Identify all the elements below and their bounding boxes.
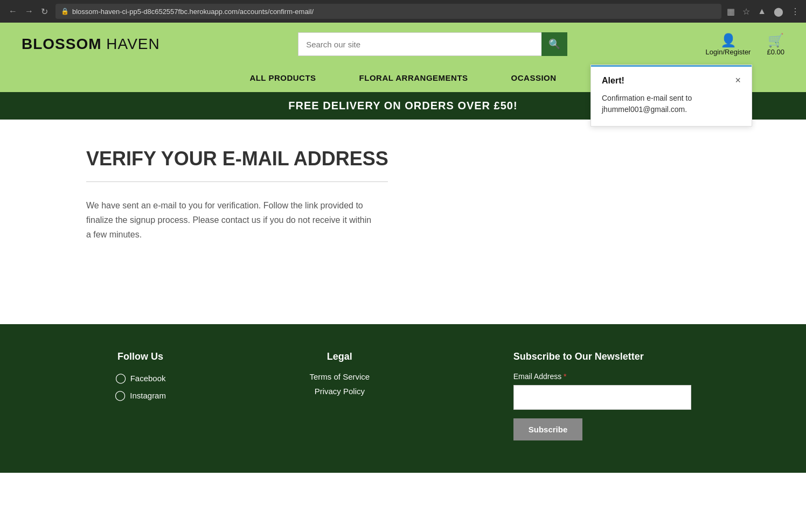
footer-newsletter-section: Subscribe to Our Newsletter Email Addres… bbox=[513, 351, 691, 440]
logo[interactable]: BLOSSOM HAVEN bbox=[22, 36, 160, 53]
search-button[interactable]: 🔍 bbox=[541, 32, 567, 56]
cart-area[interactable]: 🛒 £0.00 bbox=[767, 33, 784, 56]
instagram-icon: ◯ bbox=[115, 389, 126, 401]
search-input[interactable] bbox=[298, 32, 541, 56]
refresh-button[interactable]: ↻ bbox=[39, 4, 50, 19]
forward-button[interactable]: → bbox=[23, 4, 36, 18]
instagram-link[interactable]: ◯ Instagram bbox=[115, 389, 166, 401]
cart-total: £0.00 bbox=[767, 48, 784, 56]
site-header: BLOSSOM HAVEN 🔍 👤 Login/Register 🛒 £0.00 bbox=[0, 23, 806, 66]
legal-heading: Legal bbox=[327, 351, 352, 362]
nav-all-products[interactable]: ALL PRODUCTS bbox=[249, 73, 316, 82]
search-form: 🔍 bbox=[298, 32, 567, 56]
alert-close-button[interactable]: × bbox=[735, 75, 741, 86]
alert-header: Alert! × bbox=[602, 75, 741, 86]
email-label: Email Address * bbox=[513, 372, 567, 381]
cart-icon: 🛒 bbox=[768, 33, 784, 48]
url-text: blossom-haven-ci-pp5-d8c652557fbc.heroku… bbox=[72, 8, 314, 16]
alert-title: Alert! bbox=[602, 76, 624, 86]
logo-light: HAVEN bbox=[102, 36, 160, 52]
browser-right-icons: ▦ ☆ ▲ ⬤ ⋮ bbox=[727, 6, 800, 17]
facebook-icon: ◯ bbox=[115, 372, 126, 384]
menu-icon[interactable]: ⋮ bbox=[791, 6, 800, 17]
profile-icon[interactable]: ▲ bbox=[758, 6, 766, 16]
facebook-link[interactable]: ◯ Facebook bbox=[115, 372, 166, 384]
terms-link[interactable]: Terms of Service bbox=[310, 372, 370, 381]
nav-ocassion[interactable]: OCASSION bbox=[511, 73, 557, 82]
back-button[interactable]: ← bbox=[6, 4, 19, 18]
star-icon[interactable]: ☆ bbox=[742, 6, 750, 17]
newsletter-heading: Subscribe to Our Newsletter bbox=[513, 351, 644, 362]
alert-top-border bbox=[591, 65, 752, 67]
cast-icon[interactable]: ▦ bbox=[727, 6, 735, 17]
privacy-link[interactable]: Privacy Policy bbox=[315, 387, 365, 396]
address-bar[interactable]: 🔒 blossom-haven-ci-pp5-d8c652557fbc.hero… bbox=[55, 4, 721, 19]
lock-icon: 🔒 bbox=[61, 8, 69, 15]
extension-icon[interactable]: ⬤ bbox=[774, 6, 783, 17]
nav-buttons: ← → ↻ bbox=[6, 4, 50, 19]
login-label: Login/Register bbox=[706, 48, 751, 56]
verify-text: We have sent an e-mail to you for verifi… bbox=[86, 198, 377, 242]
promo-text: FREE DELIVERY ON ORDERS OVER £50! bbox=[288, 100, 517, 111]
facebook-label: Facebook bbox=[130, 374, 166, 383]
page-title: VERIFY YOUR E-MAIL ADDRESS bbox=[86, 146, 720, 171]
follow-heading: Follow Us bbox=[117, 351, 163, 362]
logo-bold: BLOSSOM bbox=[22, 36, 102, 52]
divider bbox=[86, 181, 388, 182]
newsletter-email-input[interactable] bbox=[513, 385, 691, 410]
alert-popup: Alert! × Confirmation e-mail sent to jhu… bbox=[590, 65, 752, 127]
footer-follow-section: Follow Us ◯ Facebook ◯ Instagram bbox=[115, 351, 166, 407]
main-content: VERIFY YOUR E-MAIL ADDRESS We have sent … bbox=[0, 120, 806, 324]
nav-floral-arrangements[interactable]: FLORAL ARRANGEMENTS bbox=[359, 73, 468, 82]
login-area[interactable]: 👤 Login/Register bbox=[706, 33, 751, 56]
footer-legal-section: Legal Terms of Service Privacy Policy bbox=[310, 351, 370, 401]
instagram-label: Instagram bbox=[130, 391, 166, 400]
user-icon: 👤 bbox=[720, 33, 736, 48]
alert-body: Confirmation e-mail sent to jhummel001@g… bbox=[602, 93, 741, 115]
site-footer: Follow Us ◯ Facebook ◯ Instagram Legal T… bbox=[0, 324, 806, 473]
required-marker: * bbox=[564, 372, 566, 381]
browser-chrome: ← → ↻ 🔒 blossom-haven-ci-pp5-d8c652557fb… bbox=[0, 0, 806, 23]
header-right: 👤 Login/Register 🛒 £0.00 bbox=[706, 33, 784, 56]
subscribe-button[interactable]: Subscribe bbox=[513, 418, 583, 440]
